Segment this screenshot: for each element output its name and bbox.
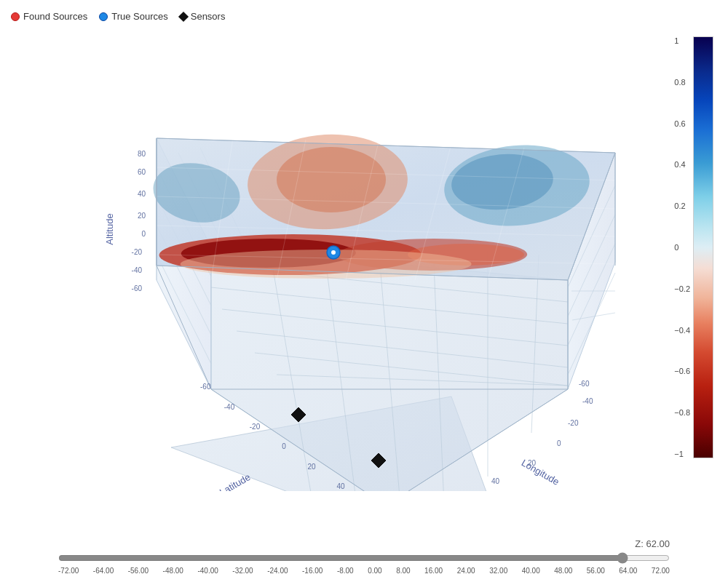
tick-8: 8.00 — [396, 567, 410, 575]
chart-svg: Altitude 80 60 40 20 0 -20 -40 -60 Latit… — [44, 40, 641, 491]
slider-tick-labels: -72.00 -64.00 -56.00 -48.00 -40.00 -32.0… — [58, 567, 670, 575]
tick-72: 72.00 — [652, 567, 670, 575]
latitude-axis-label: Latitude — [218, 471, 253, 491]
lat-tick-40: 40 — [336, 482, 345, 490]
alt-tick-80: 80 — [138, 150, 146, 158]
alt-tick-neg60: -60 — [132, 284, 143, 292]
tick-neg16: -16.00 — [302, 567, 323, 575]
alt-tick-60: 60 — [138, 168, 146, 176]
true-source-center — [331, 250, 336, 255]
tick-neg32: -32.00 — [232, 567, 253, 575]
true-sources-icon — [99, 12, 108, 21]
legend-found-sources: Found Sources — [11, 11, 87, 22]
lon-tick-40: 40 — [491, 477, 500, 485]
found-sources-icon — [11, 12, 20, 21]
lat-tick-neg40: -40 — [224, 403, 235, 411]
alt-tick-40: 40 — [138, 190, 146, 198]
tick-56: 56.00 — [587, 567, 605, 575]
found-sources-label: Found Sources — [23, 11, 87, 22]
colorbar-labels: 1 0.8 0.6 0.4 0.2 0 −0.2 −0.4 −0.6 −0.8 … — [674, 36, 690, 458]
sensors-label: Sensors — [191, 11, 226, 22]
colorbar-gradient — [693, 36, 713, 458]
longitude-axis-label: Longitude — [520, 457, 561, 487]
lat-tick-neg20: -20 — [250, 423, 261, 431]
tick-64: 64.00 — [619, 567, 637, 575]
lon-tick-neg60: -60 — [579, 380, 590, 388]
tick-32: 32.00 — [489, 567, 507, 575]
lon-tick-20: 20 — [528, 459, 537, 467]
alt-tick-neg40: -40 — [132, 266, 143, 274]
tick-48: 48.00 — [554, 567, 572, 575]
tick-16: 16.00 — [424, 567, 443, 575]
colorbar-label-neg1: −1 — [674, 450, 690, 458]
lon-tick-neg20: -20 — [568, 419, 579, 427]
sensors-icon — [178, 11, 189, 21]
colorbar-label-0.2: 0.2 — [674, 202, 690, 210]
chart-legend: Found Sources True Sources Sensors — [11, 11, 225, 22]
tick-40: 40.00 — [522, 567, 540, 575]
colorbar-label-neg0.6: −0.6 — [674, 367, 690, 375]
tick-neg24: -24.00 — [267, 567, 288, 575]
slider-area: Z: 62.00 -72.00 -64.00 -56.00 -48.00 -40… — [58, 538, 670, 575]
tick-neg40: -40.00 — [197, 567, 218, 575]
lat-tick-neg60: -60 — [200, 383, 211, 391]
alt-tick-0: 0 — [141, 230, 146, 238]
colorbar-label-neg0.4: −0.4 — [674, 326, 690, 335]
colorbar-label-0.6: 0.6 — [674, 119, 690, 128]
tick-0: 0.00 — [368, 567, 381, 575]
colorbar-label-neg0.2: −0.2 — [674, 284, 690, 293]
lat-tick-20: 20 — [307, 463, 316, 471]
colorbar-label-0.8: 0.8 — [674, 78, 690, 87]
colorbar-label-1: 1 — [674, 36, 690, 45]
colorbar-label-0.4: 0.4 — [674, 160, 690, 169]
tick-neg72: -72.00 — [58, 567, 79, 575]
lon-tick-neg40: -40 — [582, 397, 593, 405]
alt-tick-neg20: -20 — [132, 248, 143, 256]
tick-neg48: -48.00 — [163, 567, 183, 575]
z-value-label: Z: 62.00 — [58, 538, 670, 549]
legend-true-sources: True Sources — [99, 11, 168, 22]
colorbar — [693, 36, 713, 487]
lon-tick-0: 0 — [557, 439, 561, 447]
tick-24: 24.00 — [457, 567, 475, 575]
legend-sensors: Sensors — [180, 11, 226, 22]
tick-neg64: -64.00 — [93, 567, 114, 575]
tick-neg8: -8.00 — [337, 567, 354, 575]
true-sources-label: True Sources — [111, 11, 168, 22]
lat-tick-0: 0 — [282, 442, 286, 450]
colorbar-label-0: 0 — [674, 243, 690, 252]
tick-neg56: -56.00 — [128, 567, 149, 575]
3d-chart-container: Altitude 80 60 40 20 0 -20 -40 -60 Latit… — [44, 40, 641, 491]
z-slider[interactable] — [58, 552, 670, 564]
colorbar-label-neg0.8: −0.8 — [674, 408, 690, 417]
altitude-axis-label: Altitude — [104, 213, 115, 244]
alt-tick-20: 20 — [138, 212, 146, 220]
